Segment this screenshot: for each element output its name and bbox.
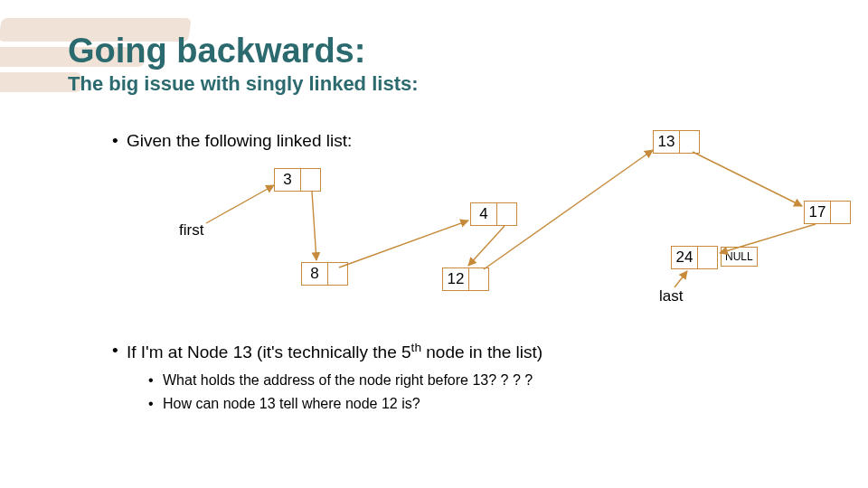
arrow-17-to-24 [720, 224, 816, 253]
node-24-value: 24 [672, 247, 697, 268]
node-13-value: 13 [654, 131, 679, 153]
node-4: 4 [470, 202, 517, 226]
node-8-value: 8 [302, 263, 327, 285]
arrow-4-to-12 [468, 226, 505, 266]
first-label: first [179, 221, 203, 239]
node-24-pointer [697, 247, 717, 268]
node-3-value: 3 [275, 169, 300, 191]
arrow-13-to-17 [693, 152, 802, 206]
node-3: 3 [274, 168, 321, 192]
node-17-pointer [830, 202, 850, 223]
node-17-value: 17 [805, 202, 830, 223]
node-13-pointer [679, 131, 699, 153]
arrow-3-to-8 [312, 192, 316, 260]
bullet-if-node13: If I'm at Node 13 (it's technically the … [127, 341, 542, 362]
bullet-if-sup: th [411, 341, 421, 354]
arrow-last-to-24 [675, 271, 687, 287]
arrow-8-to-4 [339, 221, 468, 267]
bullet-what-holds: What holds the address of the node right… [163, 372, 533, 389]
node-3-pointer [300, 169, 320, 191]
arrow-first-to-3 [206, 185, 274, 223]
bullet-how-can: How can node 13 tell where node 12 is? [163, 396, 420, 412]
last-label: last [659, 287, 683, 305]
bullet-given: Given the following linked list: [127, 131, 352, 151]
node-8: 8 [301, 262, 348, 286]
bullet-if-pre: If I'm at Node 13 (it's technically the … [127, 343, 411, 361]
node-12: 12 [442, 267, 489, 291]
bullet-if-post: node in the list) [421, 343, 542, 361]
null-label: NULL [721, 247, 758, 267]
node-24: 24 [671, 246, 718, 269]
slide-subtitle: The big issue with singly linked lists: [68, 72, 419, 96]
node-13: 13 [653, 130, 700, 154]
node-4-value: 4 [471, 203, 496, 225]
node-17: 17 [804, 201, 851, 224]
node-12-pointer [468, 268, 488, 290]
node-8-pointer [327, 263, 347, 285]
slide-title: Going backwards: [68, 32, 419, 70]
node-4-pointer [496, 203, 516, 225]
node-12-value: 12 [443, 268, 468, 290]
